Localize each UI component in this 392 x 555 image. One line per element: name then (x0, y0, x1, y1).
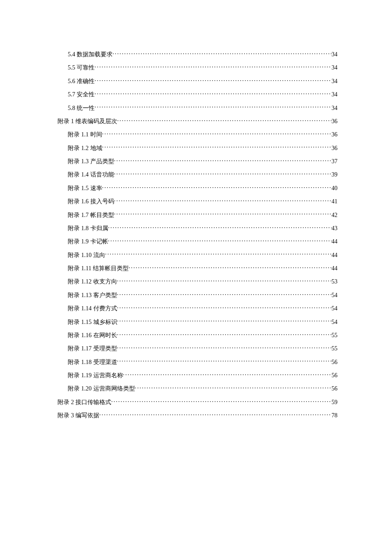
toc-entry-label: 附录 1.20 运营商网络类型 (68, 385, 135, 393)
toc-dot-leader (108, 237, 332, 243)
toc-entry[interactable]: 附录 1.4 话音功能39 (58, 171, 337, 179)
toc-entry-page: 44 (331, 265, 337, 272)
toc-dot-leader (111, 398, 331, 404)
toc-entry-label: 附录 1.18 受理渠道 (68, 358, 117, 366)
toc-entry-label: 附录 1.11 结算帐目类型 (68, 265, 129, 272)
toc-entry[interactable]: 附录 1.16 在网时长55 (58, 331, 337, 339)
toc-entry[interactable]: 附录 1.5 速率40 (58, 184, 337, 192)
toc-entry-label: 附录 1.2 地域 (68, 145, 102, 152)
toc-dot-leader (117, 344, 332, 350)
toc-entry[interactable]: 附录 1.12 收支方向53 (58, 278, 337, 286)
toc-entry[interactable]: 附录 2 接口传输格式59 (58, 398, 337, 406)
toc-dot-leader (95, 104, 331, 110)
toc-entry[interactable]: 附录 1 维表编码及层次36 (58, 117, 337, 125)
toc-entry[interactable]: 附录 1.19 运营商名称56 (58, 371, 337, 379)
toc-entry-page: 36 (331, 131, 337, 139)
toc-entry[interactable]: 附录 1.11 结算帐目类型44 (58, 264, 337, 272)
toc-entry-label: 附录 1.12 收支方向 (68, 278, 117, 286)
toc-dot-leader (105, 251, 332, 257)
toc-entry[interactable]: 5.8 统一性34 (58, 104, 337, 112)
toc-entry[interactable]: 附录 1.10 流向44 (58, 251, 337, 259)
toc-entry-page: 44 (331, 238, 337, 246)
toc-dot-leader (108, 224, 332, 230)
toc-entry-label: 附录 1.9 卡记帐 (68, 238, 108, 246)
toc-entry-label: 附录 1.10 流向 (68, 251, 105, 259)
toc-entry-page: 55 (331, 345, 337, 353)
toc-entry[interactable]: 附录 1.3 产品类型37 (58, 157, 337, 165)
toc-entry-label: 附录 1.15 城乡标识 (68, 318, 117, 326)
toc-dot-leader (117, 291, 332, 297)
toc-entry-page: 44 (331, 251, 337, 259)
toc-entry-page: 34 (331, 91, 337, 98)
toc-entry-label: 附录 1.3 产品类型 (68, 158, 114, 165)
toc-entry-page: 36 (331, 118, 337, 125)
toc-dot-leader (95, 64, 331, 69)
toc-entry-label: 5.7 安全性 (68, 91, 95, 98)
toc-entry-page: 36 (331, 145, 337, 152)
toc-entry[interactable]: 附录 1.8 卡归属43 (58, 224, 337, 232)
toc-entry[interactable]: 附录 1.9 卡记帐44 (58, 237, 337, 246)
toc-entry-page: 54 (331, 305, 337, 312)
toc-entry-page: 78 (331, 412, 337, 419)
toc-entry[interactable]: 附录 1.6 接入号码41 (58, 197, 337, 205)
toc-entry-label: 附录 1.1 时间 (68, 131, 102, 139)
toc-entry-page: 54 (331, 318, 337, 326)
toc-entry[interactable]: 附录 1.18 受理渠道56 (58, 358, 337, 366)
toc-entry[interactable]: 附录 1.14 付费方式54 (58, 304, 337, 312)
toc-dot-leader (117, 331, 332, 337)
toc-entry[interactable]: 5.6 准确性34 (58, 77, 337, 85)
toc-dot-leader (117, 318, 332, 324)
toc-entry-label: 附录 1.4 话音功能 (68, 171, 114, 179)
toc-entry-page: 54 (331, 292, 337, 299)
toc-entry[interactable]: 附录 1.7 帐目类型42 (58, 211, 337, 219)
toc-dot-leader (117, 117, 331, 123)
toc-entry-label: 附录 1.7 帐目类型 (68, 211, 114, 219)
toc-dot-leader (99, 411, 331, 417)
toc-entry-page: 34 (331, 51, 337, 58)
toc-dot-leader (112, 50, 331, 56)
toc-entry-label: 附录 1.16 在网时长 (68, 332, 117, 339)
toc-entry-label: 5.4 数据加载要求 (68, 51, 112, 58)
toc-entry-page: 56 (331, 385, 337, 393)
toc-entry-label: 附录 1 维表编码及层次 (58, 118, 117, 125)
toc-entry-page: 42 (331, 211, 337, 219)
toc-entry-label: 附录 1.14 付费方式 (68, 305, 117, 312)
toc-entry-page: 34 (331, 104, 337, 112)
toc-entry-page: 34 (331, 78, 337, 85)
toc-dot-leader (114, 157, 332, 163)
toc-entry[interactable]: 5.4 数据加载要求34 (58, 50, 337, 58)
toc-entry-page: 59 (331, 399, 337, 406)
toc-entry[interactable]: 附录 1.20 运营商网络类型56 (58, 384, 337, 393)
toc-entry-label: 附录 1.17 受理类型 (68, 345, 117, 353)
toc-entry[interactable]: 附录 1.13 客户类型54 (58, 291, 337, 299)
toc-entry[interactable]: 附录 3 编写依据78 (58, 411, 337, 419)
toc-entry[interactable]: 附录 1.2 地域36 (58, 144, 337, 152)
toc-entry-page: 43 (331, 225, 337, 232)
toc-dot-leader (135, 384, 332, 390)
toc-dot-leader (117, 358, 332, 364)
toc-dot-leader (117, 278, 332, 283)
toc-entry-page: 34 (331, 64, 337, 72)
toc-entry[interactable]: 5.5 可靠性34 (58, 64, 337, 72)
toc-dot-leader (117, 304, 332, 310)
toc-entry[interactable]: 附录 1.17 受理类型55 (58, 344, 337, 353)
toc-entry-page: 41 (331, 198, 337, 205)
toc-dot-leader (102, 130, 332, 136)
toc-entry[interactable]: 附录 1.15 城乡标识54 (58, 318, 337, 326)
toc-dot-leader (129, 264, 331, 270)
toc-entry-label: 附录 3 编写依据 (58, 412, 99, 419)
toc-entry-label: 附录 2 接口传输格式 (58, 399, 111, 406)
toc-entry-page: 53 (331, 278, 337, 286)
toc-entry-label: 附录 1.13 客户类型 (68, 292, 117, 299)
toc-entry-page: 56 (331, 358, 337, 366)
toc-entry-page: 40 (331, 185, 337, 192)
toc-entry-label: 5.5 可靠性 (68, 64, 95, 72)
toc-dot-leader (102, 184, 332, 190)
toc-dot-leader (95, 77, 331, 83)
table-of-contents: 5.4 数据加载要求345.5 可靠性345.6 准确性345.7 安全性345… (58, 50, 337, 419)
toc-dot-leader (102, 144, 332, 150)
toc-entry-page: 39 (331, 171, 337, 179)
toc-entry[interactable]: 5.7 安全性34 (58, 90, 337, 98)
toc-entry[interactable]: 附录 1.1 时间36 (58, 130, 337, 139)
toc-entry-page: 55 (331, 332, 337, 339)
